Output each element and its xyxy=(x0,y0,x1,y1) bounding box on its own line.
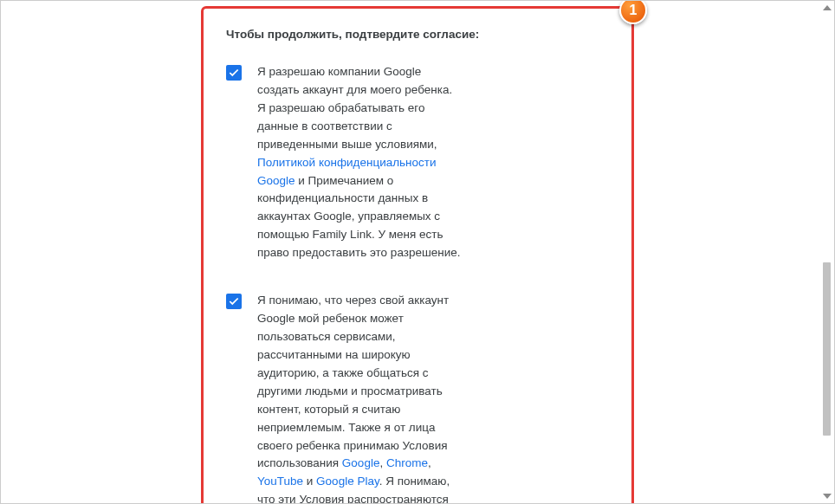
consent-heading: Чтобы продолжить, подтвердите согласие: xyxy=(226,28,607,41)
consent-page: 1 Чтобы продолжить, подтвердите согласие… xyxy=(175,6,660,503)
youtube-terms-link[interactable]: YouTube xyxy=(257,475,303,488)
chrome-terms-link[interactable]: Chrome xyxy=(386,456,428,469)
consent-item-1: Я разрешаю компании Google создать аккау… xyxy=(226,63,607,262)
google-terms-link[interactable]: Google xyxy=(342,456,380,469)
consent-checkbox-1[interactable] xyxy=(226,65,242,81)
google-play-terms-link[interactable]: Google Play xyxy=(316,475,379,488)
consent-checkbox-2[interactable] xyxy=(226,294,242,309)
consent-text-1: Я разрешаю компании Google создать аккау… xyxy=(257,63,461,262)
scroll-up-icon[interactable] xyxy=(823,5,832,10)
annotation-badge-1: 1 xyxy=(619,1,647,24)
consent-panel: 1 Чтобы продолжить, подтвердите согласие… xyxy=(201,6,634,503)
scrollbar[interactable] xyxy=(822,3,832,501)
scroll-thumb[interactable] xyxy=(823,262,831,436)
checkmark-icon xyxy=(228,67,240,79)
consent-item-2: Я понимаю, что через свой аккаунт Google… xyxy=(226,292,607,503)
scroll-down-icon[interactable] xyxy=(823,494,832,499)
consent-text-2: Я понимаю, что через свой аккаунт Google… xyxy=(257,292,461,503)
scroll-container[interactable]: 1 Чтобы продолжить, подтвердите согласие… xyxy=(1,1,834,503)
checkmark-icon xyxy=(228,295,240,307)
